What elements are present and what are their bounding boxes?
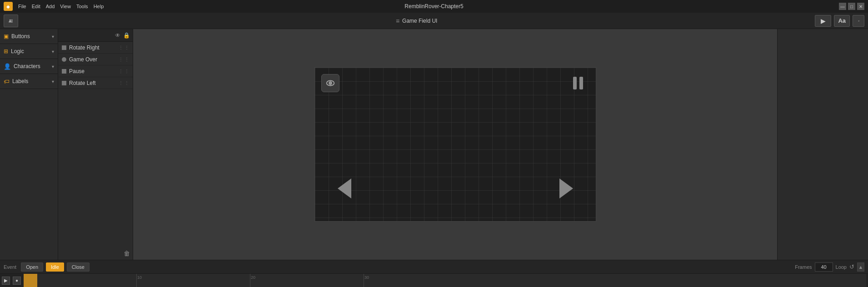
scene-label: Game Field UI xyxy=(402,18,437,24)
right-arrow-shape xyxy=(559,178,573,198)
lock-icon[interactable]: 🔒 xyxy=(123,32,130,39)
component-panel: 👁 🔒 Rotate Right ⋮ ⋮ Game Over ⋮ ⋮ Pause… xyxy=(58,29,133,260)
menu-bar: File Edit Add View Tools Help xyxy=(18,4,104,9)
svg-point-1 xyxy=(11,19,13,20)
buttons-chevron: ▾ xyxy=(52,34,54,39)
font-icon: Aa xyxy=(838,17,846,24)
event-label: Event xyxy=(4,264,16,270)
timeline: ▶ ● 10 20 30 xyxy=(0,273,868,287)
timeline-play-button[interactable]: ▶ xyxy=(2,277,10,285)
menu-tools[interactable]: Tools xyxy=(76,4,88,9)
tab-open[interactable]: Open xyxy=(21,262,43,272)
timeline-playhead[interactable] xyxy=(24,274,37,287)
sidebar-section-labels: 🏷 Labels ▾ xyxy=(0,74,58,89)
component-item-rotate-left[interactable]: Rotate Left ⋮ ⋮ xyxy=(58,77,133,89)
pause-label: Pause xyxy=(69,68,85,74)
pause-drag: ⋮ ⋮ xyxy=(119,69,129,74)
svg-point-4 xyxy=(329,83,331,84)
characters-icon: 👤 xyxy=(4,63,11,70)
pause-bar-2 xyxy=(579,77,583,89)
canvas-arrow-left[interactable] xyxy=(338,178,351,198)
main-layout: ▣ Buttons ▾ ⊞ Logic ▾ 👤 Characters xyxy=(0,29,868,260)
component-panel-header: 👁 🔒 xyxy=(58,29,133,42)
canvas-arrow-right[interactable] xyxy=(559,178,573,198)
sidebar-item-labels[interactable]: 🏷 Labels ▾ xyxy=(0,74,58,89)
minimize-button[interactable]: — xyxy=(839,3,846,10)
sidebar-item-logic[interactable]: ⊞ Logic ▾ xyxy=(0,44,58,59)
sidebar-item-buttons[interactable]: ▣ Buttons ▾ xyxy=(0,29,58,44)
rotate-right-label: Rotate Right xyxy=(69,45,100,51)
sidebar-section-characters: 👤 Characters ▾ xyxy=(0,59,58,74)
visibility-icon[interactable]: 👁 xyxy=(115,32,120,39)
canvas-area xyxy=(133,29,777,260)
rotate-left-label: Rotate Left xyxy=(69,80,96,86)
logic-label: Logic xyxy=(11,48,24,54)
tab-idle[interactable]: Idle xyxy=(46,262,64,272)
game-over-label: Game Over xyxy=(69,56,97,63)
component-item-pause[interactable]: Pause ⋮ ⋮ xyxy=(58,65,133,77)
font-button[interactable]: Aa xyxy=(834,15,850,27)
maximize-button[interactable]: □ xyxy=(848,3,855,10)
scene-icon: ≡ xyxy=(396,17,399,25)
canvas-eye-button[interactable] xyxy=(321,74,339,92)
sidebar-section-buttons: ▣ Buttons ▾ xyxy=(0,29,58,44)
pause-icon xyxy=(62,69,66,74)
menu-help[interactable]: Help xyxy=(94,4,104,9)
loop-label: Loop xyxy=(836,264,847,270)
component-item-rotate-right[interactable]: Rotate Right ⋮ ⋮ xyxy=(58,42,133,54)
characters-chevron: ▾ xyxy=(52,64,54,69)
sidebar: ▣ Buttons ▾ ⊞ Logic ▾ 👤 Characters xyxy=(0,29,58,260)
timeline-ruler[interactable]: 10 20 30 xyxy=(24,274,866,287)
game-canvas[interactable] xyxy=(314,67,596,222)
play-icon: ▶ xyxy=(821,17,826,25)
rotate-left-drag: ⋮ ⋮ xyxy=(119,80,129,85)
settings-button[interactable] xyxy=(853,15,864,27)
labels-icon: 🏷 xyxy=(4,78,10,85)
timeline-tick-10: 10 xyxy=(137,275,142,280)
timeline-stop-button[interactable]: ● xyxy=(13,277,21,285)
rotate-right-drag: ⋮ ⋮ xyxy=(119,45,129,50)
canvas-pause-button[interactable] xyxy=(567,74,589,92)
chevron-up-button[interactable]: ▲ xyxy=(857,262,864,272)
frames-input[interactable] xyxy=(815,262,833,272)
rotate-left-icon xyxy=(62,81,66,85)
pause-bar-1 xyxy=(573,77,577,89)
game-over-drag: ⋮ ⋮ xyxy=(119,57,129,62)
menu-file[interactable]: File xyxy=(18,4,26,9)
app-icon: ◆ xyxy=(4,2,13,11)
buttons-label: Buttons xyxy=(11,33,30,40)
titlebar: ◆ File Edit Add View Tools Help RemblinR… xyxy=(0,0,868,13)
rotate-right-icon xyxy=(62,45,66,50)
sidebar-section-logic: ⊞ Logic ▾ xyxy=(0,44,58,59)
users-button[interactable] xyxy=(4,15,18,27)
menu-edit[interactable]: Edit xyxy=(32,4,40,9)
close-button[interactable]: ✕ xyxy=(857,3,864,10)
timeline-tick-30: 30 xyxy=(364,275,369,280)
loop-icon[interactable]: ↺ xyxy=(849,263,854,270)
logic-icon: ⊞ xyxy=(4,48,8,54)
toolbar: ≡ Game Field UI ▶ Aa xyxy=(0,13,868,29)
tab-close[interactable]: Close xyxy=(67,262,90,272)
logic-chevron: ▾ xyxy=(52,49,54,54)
delete-component-icon[interactable]: 🗑 xyxy=(124,250,130,257)
buttons-icon: ▣ xyxy=(4,33,9,40)
play-button[interactable]: ▶ xyxy=(815,15,831,27)
game-over-icon xyxy=(62,57,66,62)
window-title: RemblinRover-Chapter5 xyxy=(404,3,463,10)
sidebar-item-characters[interactable]: 👤 Characters ▾ xyxy=(0,59,58,74)
svg-point-0 xyxy=(10,19,11,20)
timeline-tick-20: 20 xyxy=(251,275,255,280)
menu-add[interactable]: Add xyxy=(46,4,55,9)
right-panel xyxy=(777,29,868,260)
component-item-game-over[interactable]: Game Over ⋮ ⋮ xyxy=(58,54,133,65)
labels-label: Labels xyxy=(12,78,28,84)
left-arrow-shape xyxy=(338,178,351,198)
labels-chevron: ▾ xyxy=(52,79,54,84)
menu-view[interactable]: View xyxy=(60,4,71,9)
frames-label: Frames xyxy=(795,264,812,270)
bottom-bar: Event Open Idle Close Frames Loop ↺ ▲ xyxy=(0,260,868,273)
characters-label: Characters xyxy=(14,63,40,69)
